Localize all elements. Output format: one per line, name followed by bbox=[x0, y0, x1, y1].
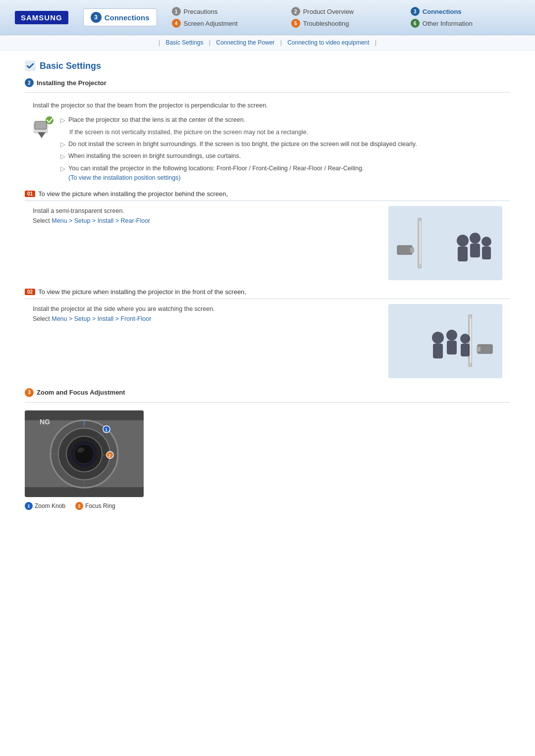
nav-item-connections[interactable]: 3 Connections bbox=[411, 7, 520, 16]
installing-title-row: 2 Installing the Projector bbox=[25, 78, 510, 87]
nav-label-other-info: Other Information bbox=[423, 20, 473, 27]
nav-item-other-info[interactable]: 6 Other Information bbox=[411, 19, 520, 28]
svg-text:NG: NG bbox=[40, 418, 50, 426]
svg-text:1: 1 bbox=[105, 427, 107, 432]
svg-rect-13 bbox=[470, 244, 480, 257]
breadcrumb-sep-2: | bbox=[280, 39, 282, 46]
zoom-knob-label: 1 Zoom Knob bbox=[25, 502, 65, 510]
installing-title: Installing the Projector bbox=[37, 79, 107, 87]
step-01-text: Install a semi-transparent screen. Selec… bbox=[33, 206, 378, 226]
bullet-arrow-1: ▷ bbox=[60, 116, 65, 125]
bullet-arrow-5: ▷ bbox=[60, 164, 65, 183]
nav-grid: 1 Precautions 2 Product Overview 3 Conne… bbox=[172, 7, 520, 28]
svg-point-21 bbox=[432, 332, 444, 344]
main-content: Basic Settings 2 Installing the Projecto… bbox=[0, 50, 535, 520]
nav-num-5: 5 bbox=[291, 19, 300, 28]
section-title-icon bbox=[25, 60, 36, 71]
nav-item-troubleshooting[interactable]: 5 Troubleshooting bbox=[291, 19, 401, 28]
step-02-content: Install the projector at the side where … bbox=[33, 304, 502, 378]
svg-rect-16 bbox=[388, 304, 502, 378]
section-title: Basic Settings bbox=[25, 60, 510, 71]
page-header: SAMSUNG 3 Connections 1 Precautions 2 Pr… bbox=[0, 0, 535, 35]
step-02-description: To view the picture when installing the … bbox=[38, 288, 246, 296]
svg-rect-20 bbox=[477, 347, 481, 352]
nav-item-precautions[interactable]: 1 Precautions bbox=[172, 7, 281, 16]
step-02-divider bbox=[25, 299, 510, 299]
installing-intro: Install the projector so that the beam f… bbox=[33, 101, 510, 110]
svg-point-14 bbox=[482, 237, 491, 247]
nav-item-product-overview[interactable]: 2 Product Overview bbox=[291, 7, 401, 16]
focus-ring-label: 2 Focus Ring bbox=[75, 502, 115, 510]
step-02-scene bbox=[388, 304, 502, 378]
nav-num-4: 4 bbox=[172, 19, 181, 28]
bullet-text-4: When installing the screen in bright sur… bbox=[68, 151, 241, 161]
zoom-knob-num: 1 bbox=[25, 502, 33, 510]
svg-rect-18 bbox=[470, 318, 472, 363]
breadcrumb-sep-right: | bbox=[375, 39, 376, 46]
nav-label-troubleshooting: Troubleshooting bbox=[303, 20, 349, 27]
active-section-number: 3 bbox=[91, 12, 102, 23]
svg-point-23 bbox=[446, 330, 457, 341]
subsection-zoom: 3 Zoom and Focus Adjustment bbox=[25, 388, 510, 403]
nav-label-connections: Connections bbox=[423, 8, 462, 15]
svg-rect-8 bbox=[397, 246, 412, 254]
zoom-title: Zoom and Focus Adjustment bbox=[37, 389, 125, 396]
breadcrumb-bar: | Basic Settings | Connecting the Power … bbox=[0, 35, 535, 50]
bullet-2: If the screen is not vertically installe… bbox=[60, 128, 510, 137]
svg-rect-26 bbox=[461, 344, 470, 356]
breadcrumb-connecting-power[interactable]: Connecting the Power bbox=[216, 39, 274, 46]
bullet-5: ▷ You can install the projector in the f… bbox=[60, 164, 510, 183]
active-section-label: Connections bbox=[105, 13, 150, 22]
nav-label-screen-adjustment: Screen Adjustment bbox=[184, 20, 238, 27]
step-01-content: Install a semi-transparent screen. Selec… bbox=[33, 206, 502, 280]
nav-num-6: 6 bbox=[411, 19, 420, 28]
zoom-knob-text: Zoom Knob bbox=[35, 503, 65, 509]
breadcrumb-connecting-video[interactable]: Connecting to video equipment bbox=[287, 39, 369, 46]
bullet-text-5: You can install the projector in the fol… bbox=[68, 164, 364, 183]
samsung-logo: SAMSUNG bbox=[15, 11, 68, 24]
nav-num-3: 3 bbox=[411, 7, 420, 16]
nav-num-1: 1 bbox=[172, 7, 181, 16]
breadcrumb-sep-left: | bbox=[159, 39, 160, 46]
step-02-image bbox=[388, 304, 502, 378]
svg-point-10 bbox=[457, 235, 469, 247]
installing-bullets-area: ▷ Place the projector so that the lens i… bbox=[33, 115, 510, 185]
breadcrumb-sep-1: | bbox=[209, 39, 211, 46]
bullet-text-1: Place the projector so that the lens is … bbox=[68, 115, 245, 125]
svg-point-33 bbox=[74, 444, 94, 464]
nav-label-product-overview: Product Overview bbox=[303, 8, 354, 15]
zoom-labels-row: 1 Zoom Knob 2 Focus Ring bbox=[25, 502, 510, 510]
svg-rect-24 bbox=[447, 341, 457, 354]
step-02-badge: 02 bbox=[25, 289, 35, 295]
zoom-image: NG 1 2 bbox=[25, 410, 144, 497]
zoom-image-container: NG 1 2 bbox=[25, 410, 144, 497]
step-02-menu-link[interactable]: Menu > Setup > Install > Front-Floor bbox=[52, 315, 151, 322]
bullet-1: ▷ Place the projector so that the lens i… bbox=[60, 115, 510, 125]
installation-position-link[interactable]: (To view the installation position setti… bbox=[68, 174, 181, 181]
bullet-arrow-4: ▷ bbox=[60, 152, 65, 161]
nav-item-screen-adjustment[interactable]: 4 Screen Adjustment bbox=[172, 19, 281, 28]
step-01-container: 01 To view the picture when installing t… bbox=[25, 190, 510, 280]
svg-marker-3 bbox=[38, 132, 46, 138]
step-01-badge: 01 bbox=[25, 191, 35, 197]
bullet-4: ▷ When installing the screen in bright s… bbox=[60, 151, 510, 161]
step-01-header: 01 To view the picture when installing t… bbox=[25, 190, 510, 198]
svg-point-25 bbox=[460, 334, 470, 344]
subsection-installing: 2 Installing the Projector bbox=[25, 78, 510, 93]
focus-ring-num: 2 bbox=[75, 502, 83, 510]
bullets-list: ▷ Place the projector so that the lens i… bbox=[60, 115, 510, 185]
step-01-scene bbox=[388, 206, 502, 280]
step-01-description: To view the picture when installing the … bbox=[38, 190, 228, 198]
svg-rect-9 bbox=[410, 248, 414, 252]
svg-rect-22 bbox=[433, 344, 443, 358]
step-01-menu-link[interactable]: Menu > Setup > Install > Rear-Floor bbox=[52, 217, 150, 224]
check-icon bbox=[33, 116, 54, 138]
step-02-container: 02 To view the picture when installing t… bbox=[25, 288, 510, 378]
breadcrumb-basic-settings[interactable]: Basic Settings bbox=[165, 39, 203, 46]
step-02-header: 02 To view the picture when installing t… bbox=[25, 288, 510, 296]
focus-ring-text: Focus Ring bbox=[85, 503, 115, 509]
section-title-text: Basic Settings bbox=[40, 61, 101, 71]
bullet-3: ▷ Do not install the screen in bright su… bbox=[60, 140, 510, 150]
step-01-image bbox=[388, 206, 502, 280]
nav-num-2: 2 bbox=[291, 7, 300, 16]
